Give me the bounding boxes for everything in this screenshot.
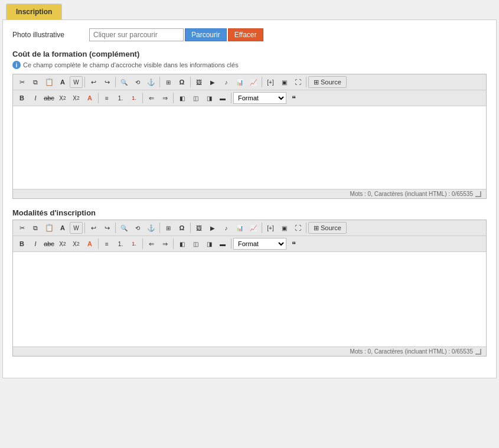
sep18 xyxy=(142,238,143,249)
ul-btn[interactable]: ≡ xyxy=(100,92,113,104)
source-btn2[interactable]: ⊞ Source xyxy=(308,222,347,234)
bold-btn2[interactable]: B xyxy=(15,238,28,250)
strike-btn[interactable]: abc xyxy=(43,92,56,104)
paste-text-btn[interactable]: A xyxy=(56,76,69,88)
ul-btn2[interactable]: ≡ xyxy=(100,238,113,250)
redo-btn2[interactable]: ↪ xyxy=(100,222,113,234)
media-btn[interactable]: ▶ xyxy=(206,76,219,88)
sup-btn[interactable]: X2 xyxy=(70,92,83,104)
italic-btn[interactable]: I xyxy=(29,92,42,104)
sep16 xyxy=(306,223,306,233)
indent-btn2[interactable]: ⇒ xyxy=(158,238,171,250)
browse-button[interactable]: Parcourir xyxy=(185,28,227,41)
align-center-btn2[interactable]: ◫ xyxy=(189,238,202,250)
chart-btn2[interactable]: 📈 xyxy=(247,222,260,234)
sep15 xyxy=(262,223,262,233)
special-btn[interactable]: [+] xyxy=(264,76,277,88)
find-btn[interactable]: 🔍 xyxy=(118,76,131,88)
outdent-btn[interactable]: ⇐ xyxy=(145,92,158,104)
cut-btn2[interactable]: ✂ xyxy=(15,222,28,234)
fullscreen-btn[interactable]: ⛶ xyxy=(291,76,304,88)
sep4 xyxy=(190,77,191,87)
photo-input[interactable] xyxy=(89,28,184,41)
source-icon: ⊞ xyxy=(314,79,319,86)
image-btn2[interactable]: 🖼 xyxy=(193,222,206,234)
italic-btn2[interactable]: I xyxy=(29,238,42,250)
editor2-footer: Mots : 0, Caractères (incluant HTML) : 0… xyxy=(13,346,486,356)
editor2: ✂ ⧉ 📋 A W ↩ ↪ 🔍 ⟲ ⚓ ⊞ Ω 🖼 ▶ ♪ 📊 📈 [+] xyxy=(12,220,487,357)
resize-handle1[interactable] xyxy=(475,191,481,197)
audio-btn[interactable]: ♪ xyxy=(220,76,233,88)
list-style-btn2[interactable]: 1. xyxy=(128,238,141,250)
special-btn2[interactable]: [+] xyxy=(264,222,277,234)
find-btn2[interactable]: 🔍 xyxy=(118,222,131,234)
color-btn[interactable]: A xyxy=(83,92,96,104)
audio-btn2[interactable]: ♪ xyxy=(220,222,233,234)
table-btn2[interactable]: ⊞ xyxy=(162,222,175,234)
undo-btn[interactable]: ↩ xyxy=(87,76,100,88)
blockquote-btn2[interactable]: ❝ xyxy=(287,238,300,250)
inscription-tab[interactable]: Inscription xyxy=(6,4,62,19)
paste-word-btn2[interactable]: W xyxy=(70,222,83,234)
align-left-btn[interactable]: ◧ xyxy=(175,92,188,104)
indent-btn[interactable]: ⇒ xyxy=(158,92,171,104)
replace-btn[interactable]: ⟲ xyxy=(131,76,144,88)
editor1-body[interactable] xyxy=(13,106,486,189)
outdent-btn2[interactable]: ⇐ xyxy=(145,238,158,250)
editor2-body[interactable] xyxy=(13,252,486,346)
format-select2[interactable]: Format Heading 1 Heading 2 Heading 3 Par… xyxy=(233,238,286,250)
sep7 xyxy=(98,93,99,103)
image-btn[interactable]: 🖼 xyxy=(193,76,206,88)
ol-btn[interactable]: 1. xyxy=(114,92,127,104)
media-btn2[interactable]: ▶ xyxy=(206,222,219,234)
sep8 xyxy=(142,93,143,103)
preview-btn2[interactable]: ▣ xyxy=(278,222,291,234)
sep19 xyxy=(173,238,174,249)
sep10 xyxy=(231,93,231,103)
ol-btn2[interactable]: 1. xyxy=(114,238,127,250)
redo-btn[interactable]: ↪ xyxy=(100,76,113,88)
justify-btn2[interactable]: ▬ xyxy=(216,238,229,250)
copy-btn[interactable]: ⧉ xyxy=(29,76,42,88)
anchor-btn[interactable]: ⚓ xyxy=(145,76,158,88)
sub-btn[interactable]: X2 xyxy=(56,92,69,104)
paste-btn[interactable]: 📋 xyxy=(43,76,56,88)
anchor-btn2[interactable]: ⚓ xyxy=(145,222,158,234)
chart-btn[interactable]: 📈 xyxy=(247,76,260,88)
resize-handle2[interactable] xyxy=(475,349,481,355)
sep12 xyxy=(115,223,116,233)
align-center-btn[interactable]: ◫ xyxy=(189,92,202,104)
cut-btn[interactable]: ✂ xyxy=(15,76,28,88)
graph-btn[interactable]: 📊 xyxy=(233,76,246,88)
photo-label: Photo illustrative xyxy=(12,31,89,39)
justify-btn[interactable]: ▬ xyxy=(216,92,229,104)
special-char-btn[interactable]: Ω xyxy=(175,76,188,88)
align-right-btn[interactable]: ◨ xyxy=(203,92,216,104)
editor2-stats: Mots : 0, Caractères (incluant HTML) : 0… xyxy=(350,348,473,355)
strike-btn2[interactable]: abc xyxy=(43,238,56,250)
replace-btn2[interactable]: ⟲ xyxy=(131,222,144,234)
sup-btn2[interactable]: X2 xyxy=(70,238,83,250)
paste-btn2[interactable]: 📋 xyxy=(43,222,56,234)
list-style-btn[interactable]: 1. xyxy=(128,92,141,104)
table-btn[interactable]: ⊞ xyxy=(162,76,175,88)
color-btn2[interactable]: A xyxy=(83,238,96,250)
graph-btn2[interactable]: 📊 xyxy=(233,222,246,234)
undo-btn2[interactable]: ↩ xyxy=(87,222,100,234)
preview-btn[interactable]: ▣ xyxy=(278,76,291,88)
section2-title: Modalités d'inscription xyxy=(12,208,487,217)
align-left-btn2[interactable]: ◧ xyxy=(175,238,188,250)
sep5 xyxy=(262,77,262,87)
clear-button[interactable]: Effacer xyxy=(228,28,263,41)
blockquote-btn[interactable]: ❝ xyxy=(287,92,300,104)
copy-btn2[interactable]: ⧉ xyxy=(29,222,42,234)
special-char-btn2[interactable]: Ω xyxy=(175,222,188,234)
bold-btn[interactable]: B xyxy=(15,92,28,104)
fullscreen-btn2[interactable]: ⛶ xyxy=(291,222,304,234)
sub-btn2[interactable]: X2 xyxy=(56,238,69,250)
align-right-btn2[interactable]: ◨ xyxy=(203,238,216,250)
paste-word-btn[interactable]: W xyxy=(70,76,83,88)
paste-text-btn2[interactable]: A xyxy=(56,222,69,234)
source-btn[interactable]: ⊞ Source xyxy=(308,76,347,88)
format-select1[interactable]: Format Heading 1 Heading 2 Heading 3 Par… xyxy=(233,92,286,104)
